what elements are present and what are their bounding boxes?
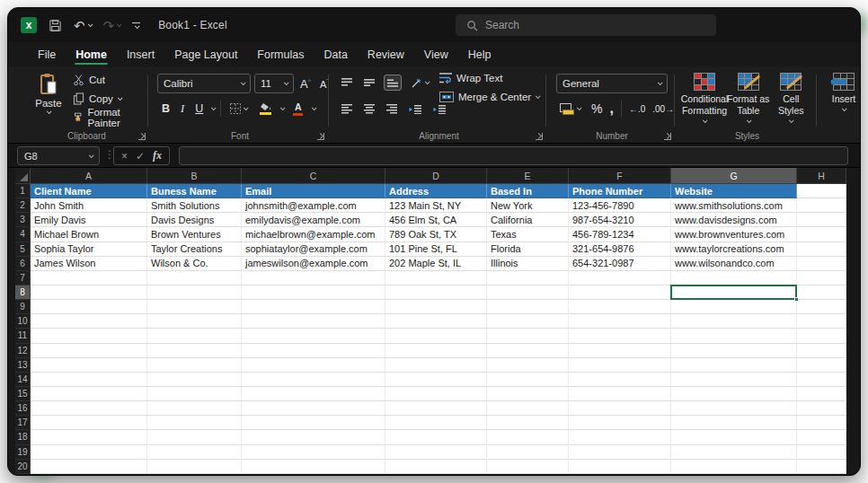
merge-center-button[interactable]: Merge & Center bbox=[439, 92, 539, 102]
cell-G17[interactable] bbox=[671, 416, 797, 430]
column-header-A[interactable]: A bbox=[31, 168, 147, 184]
font-color-button[interactable]: A bbox=[289, 101, 306, 118]
bold-button[interactable]: B bbox=[159, 101, 173, 116]
cell-F5[interactable]: 321-654-9876 bbox=[569, 242, 671, 257]
cell-F8[interactable] bbox=[569, 285, 671, 300]
cell-A18[interactable] bbox=[31, 430, 147, 444]
row-header-19[interactable]: 19 bbox=[15, 445, 31, 460]
cell-E8[interactable] bbox=[487, 285, 569, 300]
cell-D9[interactable] bbox=[385, 300, 487, 314]
row-header-18[interactable]: 18 bbox=[15, 430, 31, 444]
cell-A17[interactable] bbox=[31, 416, 147, 430]
row-header-6[interactable]: 6 bbox=[15, 257, 31, 271]
cell-E7[interactable] bbox=[487, 271, 569, 285]
cell-E17[interactable] bbox=[487, 416, 569, 430]
font-name-combo[interactable]: Calibri bbox=[157, 74, 251, 93]
comma-style-button[interactable]: , bbox=[609, 101, 613, 117]
cell-F11[interactable] bbox=[569, 329, 671, 343]
cell-C14[interactable] bbox=[242, 373, 385, 387]
cell-H17[interactable] bbox=[797, 416, 846, 430]
row-header-3[interactable]: 3 bbox=[15, 213, 31, 227]
cell-C17[interactable] bbox=[242, 416, 385, 430]
cell-D1[interactable]: Address bbox=[385, 184, 487, 198]
cell-A14[interactable] bbox=[31, 373, 147, 387]
cell-H2[interactable] bbox=[797, 198, 846, 213]
cell-A6[interactable]: James Wilson bbox=[31, 257, 147, 271]
cell-E14[interactable] bbox=[487, 373, 569, 387]
row-header-14[interactable]: 14 bbox=[15, 373, 31, 387]
cell-B15[interactable] bbox=[147, 387, 242, 401]
cell-B3[interactable]: Davis Designs bbox=[147, 213, 242, 227]
redo-button[interactable]: ↷ bbox=[103, 19, 121, 32]
cell-H3[interactable] bbox=[797, 213, 846, 227]
cell-G18[interactable] bbox=[671, 430, 797, 444]
tab-page-layout[interactable]: Page Layout bbox=[164, 42, 247, 67]
borders-button[interactable] bbox=[226, 101, 251, 116]
cell-C5[interactable]: sophiataylor@example.com bbox=[242, 242, 385, 257]
cell-E20[interactable] bbox=[487, 460, 569, 474]
cell-G6[interactable]: www.wilsonandco.com bbox=[671, 257, 797, 271]
cell-H6[interactable] bbox=[797, 257, 846, 271]
accounting-format-button[interactable] bbox=[556, 101, 584, 117]
cell-A8[interactable] bbox=[31, 285, 147, 300]
cell-F1[interactable]: Phone Number bbox=[569, 184, 671, 198]
row-header-10[interactable]: 10 bbox=[15, 314, 31, 329]
font-dialog-launcher[interactable] bbox=[317, 133, 324, 140]
cell-E2[interactable]: New York bbox=[487, 198, 569, 213]
cell-G12[interactable] bbox=[671, 344, 797, 358]
cell-F12[interactable] bbox=[569, 344, 671, 358]
column-header-H[interactable]: H bbox=[797, 168, 846, 184]
cell-F7[interactable] bbox=[569, 271, 671, 285]
cell-H12[interactable] bbox=[797, 344, 846, 358]
cell-E1[interactable]: Based In bbox=[487, 184, 569, 198]
cell-A16[interactable] bbox=[31, 401, 147, 416]
cell-C4[interactable]: michaelbrown@example.com bbox=[242, 227, 385, 242]
cell-D17[interactable] bbox=[385, 416, 487, 430]
align-top-button[interactable] bbox=[339, 75, 355, 90]
customize-quick-access-button[interactable] bbox=[132, 22, 140, 29]
cell-B11[interactable] bbox=[147, 329, 242, 343]
row-header-11[interactable]: 11 bbox=[15, 329, 31, 343]
cell-D5[interactable]: 101 Pine St, FL bbox=[385, 242, 487, 257]
cell-C1[interactable]: Email bbox=[242, 184, 385, 198]
cell-B17[interactable] bbox=[147, 416, 242, 430]
row-header-17[interactable]: 17 bbox=[15, 416, 31, 430]
column-header-F[interactable]: F bbox=[569, 168, 671, 184]
cell-H15[interactable] bbox=[797, 387, 846, 401]
cell-D19[interactable] bbox=[385, 445, 487, 460]
cell-B6[interactable]: Wilson & Co. bbox=[147, 257, 242, 271]
cell-A10[interactable] bbox=[31, 314, 147, 329]
cell-D2[interactable]: 123 Main St, NY bbox=[385, 198, 487, 213]
cell-H11[interactable] bbox=[797, 329, 846, 343]
cell-F17[interactable] bbox=[569, 416, 671, 430]
copy-button[interactable]: Copy bbox=[73, 92, 147, 106]
cell-B1[interactable]: Buness Name bbox=[147, 184, 242, 198]
cell-H16[interactable] bbox=[797, 401, 846, 416]
cell-F9[interactable] bbox=[569, 300, 671, 314]
cell-C16[interactable] bbox=[242, 401, 385, 416]
tab-view[interactable]: View bbox=[414, 42, 458, 67]
cell-F3[interactable]: 987-654-3210 bbox=[569, 213, 671, 227]
cell-H10[interactable] bbox=[797, 314, 846, 329]
cell-C13[interactable] bbox=[242, 358, 385, 373]
align-bottom-button[interactable] bbox=[384, 75, 402, 91]
cell-D7[interactable] bbox=[385, 271, 487, 285]
cell-C8[interactable] bbox=[242, 285, 385, 300]
cell-H14[interactable] bbox=[797, 373, 846, 387]
cell-D6[interactable]: 202 Maple St, IL bbox=[385, 257, 487, 271]
cell-H19[interactable] bbox=[797, 445, 846, 460]
cell-A1[interactable]: Client Name bbox=[31, 184, 147, 198]
column-header-G[interactable]: G bbox=[671, 168, 797, 184]
cell-G20[interactable] bbox=[671, 460, 797, 474]
name-box[interactable]: G8 bbox=[17, 146, 100, 165]
cell-G2[interactable]: www.smithsolutions.com bbox=[671, 198, 797, 213]
percent-style-button[interactable]: % bbox=[591, 101, 602, 116]
cell-G1[interactable]: Website bbox=[671, 184, 797, 198]
row-header-16[interactable]: 16 bbox=[15, 401, 31, 416]
cell-G16[interactable] bbox=[671, 401, 797, 416]
column-header-E[interactable]: E bbox=[487, 168, 569, 184]
cell-F2[interactable]: 123-456-7890 bbox=[569, 198, 671, 213]
cell-H5[interactable] bbox=[797, 242, 846, 257]
cell-C2[interactable]: johnsmith@example.com bbox=[242, 198, 385, 213]
fill-color-button[interactable] bbox=[256, 101, 275, 117]
